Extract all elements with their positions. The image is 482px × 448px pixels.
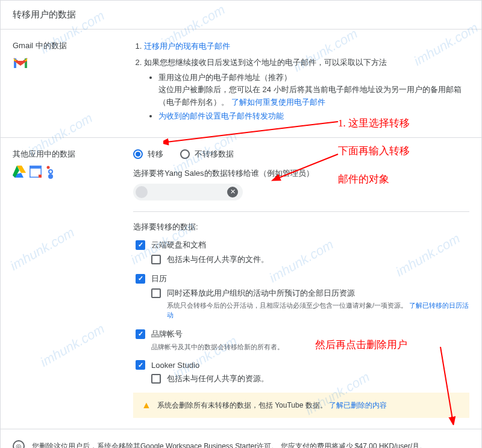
brand-hint: 品牌帐号及其中的数据会转移给新的所有者。 (151, 342, 469, 352)
warning-link[interactable]: 了解已删除的内容 (329, 401, 387, 409)
brand-label: 品牌帐号 (151, 329, 183, 340)
checkbox-looker[interactable] (136, 360, 145, 370)
transfer-to-label: 选择要将Yang Sales的数据转移给谁（例如管理员） (133, 168, 469, 179)
checkbox-calendar[interactable] (136, 274, 145, 284)
dialog-header: 转移用户的数据 (1, 1, 481, 30)
apps-section-title: 其他应用中的数据 (13, 149, 133, 160)
recipient-chip[interactable]: ✕ (133, 184, 243, 201)
license-icon: ◎ (13, 440, 25, 448)
drive-sub-label: 包括未与任何人共享的文件。 (167, 254, 269, 265)
svg-point-6 (49, 170, 52, 173)
gmail-icon (13, 57, 28, 71)
calendar-sub-label: 同时还释放此用户组织的活动中所预订的全部日历资源 (167, 288, 355, 299)
warning-box: ▲ 系统会删除所有未转移的数据，包括 YouTube 数据。 了解已删除的内容 (133, 393, 469, 418)
checkbox-calendar-release[interactable] (151, 288, 161, 298)
looker-icon (45, 166, 56, 181)
svg-rect-4 (39, 175, 42, 178)
drive-icon (13, 166, 26, 181)
checkbox-looker-unshared[interactable] (151, 374, 161, 384)
drive-label: 云端硬盘和文档 (151, 240, 206, 250)
gmail-section: Gmail 中的数据 迁移用户的现有电子邮件 如果您想继续接收日后发送到这个地址… (1, 30, 481, 138)
gmail-item2-text: 如果您想继续接收日后发送到这个地址的电子邮件，可以采取以下方法 (144, 58, 387, 67)
gmail-section-title: Gmail 中的数据 (13, 40, 133, 51)
radio-no-transfer[interactable] (180, 149, 190, 159)
calendar-label: 日历 (151, 273, 167, 284)
svg-rect-3 (30, 166, 42, 169)
svg-point-7 (48, 174, 53, 179)
radio-transfer-label: 转移 (148, 149, 163, 160)
dialog-title: 转移用户的数据 (13, 9, 76, 19)
checkbox-drive-unshared[interactable] (151, 255, 161, 264)
checkbox-brand[interactable] (136, 329, 145, 339)
footer-row: ◎ 您删除这位用户后，系统会移除其Google Workspace Busine… (1, 429, 481, 448)
radio-no-transfer-label: 不转移数据 (195, 149, 234, 160)
footer-text: 您删除这位用户后，系统会移除其Google Workspace Business… (32, 441, 427, 448)
warning-text: 系统会删除所有未转移的数据，包括 YouTube 数据。 (157, 401, 327, 409)
forwarding-link[interactable]: 为收到的邮件设置电子邮件转发功能 (158, 111, 284, 120)
divider (133, 211, 469, 212)
checkbox-drive[interactable] (136, 240, 145, 250)
chip-remove-icon[interactable]: ✕ (227, 187, 238, 198)
looker-label: Looker Studio (151, 361, 199, 370)
svg-point-5 (47, 166, 50, 169)
reuse-email-link[interactable]: 了解如何重复使用电子邮件 (231, 98, 325, 107)
calendar-hint: 系统只会转移今后的公开活动，且相应活动必须至少包含一位邀请对象/一项资源。 (167, 302, 407, 309)
gmail-bullet1: 重用这位用户的电子邮件地址（推荐） 这位用户被删除后，您可以在 24 小时后将其… (158, 72, 469, 109)
apps-section: 其他应用中的数据 转移 不转移数据 选择要将Yang Sales的数据转移给谁（… (1, 138, 481, 430)
radio-transfer[interactable] (133, 149, 143, 159)
looker-sub-label: 包括未与任何人共享的资源。 (167, 373, 269, 384)
calendar-icon (30, 166, 42, 181)
warning-icon: ▲ (142, 400, 151, 411)
select-data-title: 选择要转移的数据: (133, 222, 469, 232)
migrate-email-link[interactable]: 迁移用户的现有电子邮件 (144, 42, 230, 51)
avatar-icon (136, 186, 148, 198)
